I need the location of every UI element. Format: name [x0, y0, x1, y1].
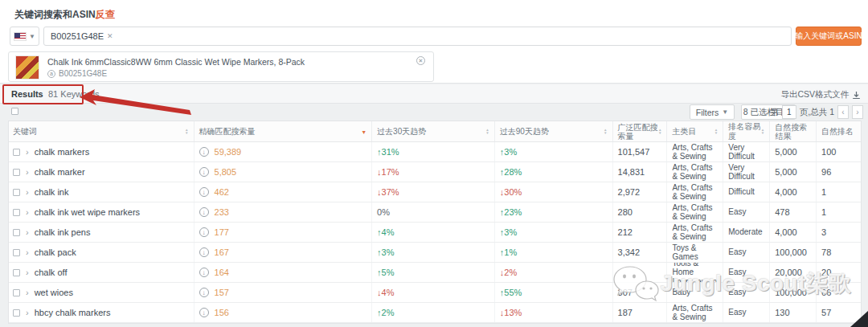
trend-30d: ↓4% [377, 288, 394, 297]
search-submit-button[interactable]: 输入关键词或ASIN [796, 27, 862, 46]
column-header-organic-results[interactable]: 自然搜索结果 [769, 121, 816, 141]
ease-to-rank: Easy [723, 263, 769, 282]
column-header-category[interactable]: 主类目 [666, 121, 723, 141]
exact-match-volume: 177 [215, 227, 229, 237]
broad-match-volume [612, 263, 667, 282]
volume-history-icon[interactable]: ↓ [199, 268, 209, 277]
export-csv-link[interactable]: 导出CSV格式文件 [780, 89, 861, 100]
volume-history-icon[interactable]: ↓ [199, 187, 209, 197]
close-icon[interactable]: ✕ [416, 56, 425, 65]
column-header-keyword[interactable]: 关键词 [9, 121, 194, 141]
chevron-down-icon: ▼ [722, 108, 728, 116]
keyword-text: wet wioes [35, 288, 73, 297]
expand-chevron-icon[interactable]: › [26, 247, 29, 257]
trend-30d: ↓17% [377, 167, 399, 177]
dominant-category: Arts, Crafts & Sewing [666, 223, 723, 242]
organic-rank: 100 [816, 142, 861, 161]
sort-icon [658, 129, 661, 135]
organic-results: 478 [769, 202, 816, 222]
organic-results: 5,000 [769, 162, 816, 182]
exact-match-volume: 59,389 [215, 147, 242, 157]
prev-page-button[interactable]: ‹ [837, 105, 849, 119]
filters-button[interactable]: Filters ▼ [690, 104, 735, 120]
page-number-input[interactable]: 1 [782, 105, 796, 119]
row-checkbox[interactable] [13, 229, 20, 236]
ease-to-rank: Very Difficult [723, 142, 769, 161]
column-header-organic-rank[interactable]: 自然排名 [816, 121, 861, 141]
volume-history-icon[interactable]: ↓ [199, 247, 209, 257]
expand-chevron-icon[interactable]: › [26, 147, 29, 157]
table-row: › chalk ink ↓ 462 ↓37% ↓30% 2,972 Arts, … [9, 182, 861, 202]
expand-chevron-icon[interactable]: › [26, 288, 29, 297]
select-all-checkbox[interactable] [11, 108, 18, 115]
organic-results: 100,000 [769, 283, 816, 302]
asin-tag-text: B00251G48E [51, 31, 104, 41]
sort-icon [714, 129, 718, 135]
volume-history-icon[interactable]: ↓ [199, 227, 209, 237]
sort-desc-icon [361, 127, 366, 136]
pagination: 第 1 页,总共 1 ‹ › [770, 104, 863, 120]
volume-history-icon[interactable]: ↓ [199, 288, 209, 297]
row-checkbox[interactable] [13, 289, 20, 296]
expand-chevron-icon[interactable]: › [26, 207, 29, 217]
dominant-category: Baby [666, 283, 723, 302]
next-page-button[interactable]: › [852, 105, 863, 119]
column-header-rank-ease[interactable]: 排名容易度 [723, 121, 769, 141]
table-row: › chalk ink pens ↓ 177 ↑4% ↑3% 212 Arts,… [9, 223, 861, 243]
expand-chevron-icon[interactable]: › [26, 268, 29, 277]
volume-history-icon[interactable]: ↓ [199, 167, 209, 177]
exact-match-volume: 462 [215, 187, 229, 197]
row-checkbox[interactable] [13, 309, 20, 317]
trend-30d: ↑2% [377, 308, 394, 317]
row-checkbox[interactable] [13, 169, 20, 176]
column-header-90day-trend[interactable]: 过去90天趋势 [494, 121, 612, 141]
page-title-highlight: 反查 [96, 9, 115, 20]
row-checkbox[interactable] [13, 269, 20, 276]
row-checkbox[interactable] [13, 149, 20, 156]
volume-history-icon[interactable]: ↓ [199, 308, 209, 317]
expand-chevron-icon[interactable]: › [26, 308, 29, 317]
ease-to-rank: Easy [723, 283, 769, 302]
volume-history-icon[interactable]: ↓ [199, 147, 209, 157]
organic-results: 4,000 [769, 182, 816, 202]
keywords-table: 关键词 精确匹配搜索量 过去30天趋势 过去90天趋势 广泛匹配搜索量 主类目 … [8, 121, 862, 324]
table-header-row: 关键词 精确匹配搜索量 过去30天趋势 过去90天趋势 广泛匹配搜索量 主类目 … [9, 121, 861, 142]
table-row: › chalk off ↓ 164 ↑5% ↓2% Tools & Home I… [9, 263, 861, 283]
keyword-text: chalk markers [35, 147, 89, 157]
expand-chevron-icon[interactable]: › [26, 167, 29, 177]
trend-90d: ↑3% [500, 227, 517, 237]
column-header-broad-volume[interactable]: 广泛匹配搜索量 [612, 121, 667, 141]
remove-tag-icon[interactable]: ✕ [107, 32, 113, 40]
organic-results: 4,000 [769, 223, 816, 242]
us-flag-icon [14, 32, 27, 41]
broad-match-volume: 14,831 [612, 162, 667, 182]
expand-chevron-icon[interactable]: › [26, 187, 29, 197]
row-checkbox[interactable] [13, 189, 20, 196]
expand-chevron-icon[interactable]: › [26, 227, 29, 237]
broad-match-volume: 307 [612, 283, 667, 302]
trend-90d: ↑28% [500, 167, 522, 177]
exact-match-volume: 156 [215, 308, 229, 317]
results-strip: Results 81 Keywords 导出CSV格式文件 [0, 84, 868, 104]
ease-to-rank: Moderate [723, 223, 769, 242]
results-count: 81 Keywords [48, 89, 100, 99]
product-card: Chalk Ink 6mmClassic8WW 6mm Classic Wet … [8, 51, 434, 82]
download-icon [852, 91, 861, 100]
column-header-exact-volume[interactable]: 精确匹配搜索量 [194, 121, 372, 141]
amazon-icon: a [47, 70, 55, 78]
row-checkbox[interactable] [13, 209, 20, 216]
column-header-30day-trend[interactable]: 过去30天趋势 [371, 121, 494, 141]
search-input[interactable]: B00251G48E ✕ [43, 27, 792, 46]
organic-rank: 3 [816, 223, 861, 242]
organic-results: 5,000 [769, 142, 816, 161]
exact-match-volume: 157 [215, 288, 229, 297]
ease-to-rank: Easy [723, 243, 769, 262]
marketplace-select[interactable]: ▼ [10, 27, 39, 46]
broad-match-volume: 280 [612, 202, 667, 222]
trend-30d: 0% [377, 207, 390, 217]
table-row: › hbcy chalk markers ↓ 156 ↑2% ↓13% 187 … [9, 303, 861, 323]
row-checkbox[interactable] [13, 249, 20, 256]
page-title-main: 关键词搜索和ASIN [14, 9, 96, 20]
volume-history-icon[interactable]: ↓ [199, 207, 209, 217]
table-row: › chalk markers ↓ 59,389 ↑31% ↑3% 101,54… [9, 142, 861, 162]
